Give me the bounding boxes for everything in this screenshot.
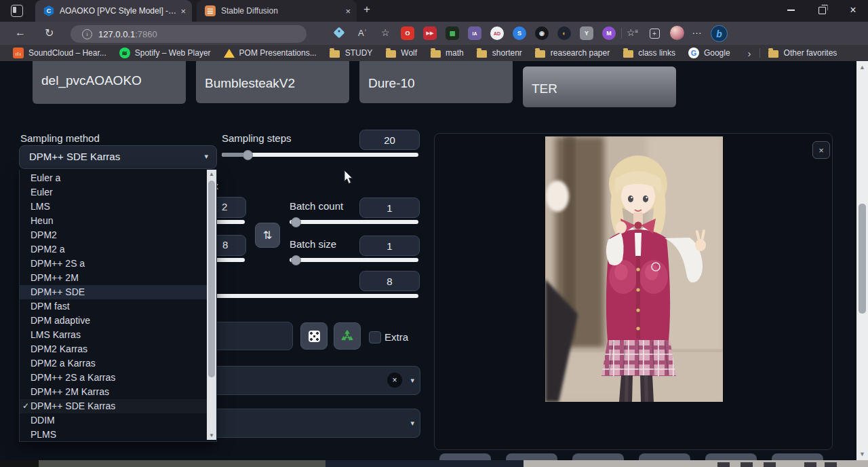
model-card-ter[interactable]: TER: [523, 67, 676, 107]
ext-shazam-icon[interactable]: S: [513, 26, 526, 40]
slider-handle[interactable]: [291, 217, 301, 227]
ext-m-icon[interactable]: M: [602, 26, 616, 40]
bookmark-item[interactable]: reasearch paper: [535, 48, 610, 58]
output-action-button[interactable]: [572, 453, 624, 460]
more-menu-icon[interactable]: …: [692, 24, 703, 36]
batch-size-slider[interactable]: [290, 258, 418, 262]
sampler-option[interactable]: DPM fast: [20, 299, 207, 314]
new-tab-button[interactable]: +: [363, 3, 370, 16]
model-card-del-pvcaoaoko[interactable]: aoaoko PVCStyleMo del_pvcAOAOKO: [33, 61, 186, 104]
address-bar[interactable]: i 127.0.0.1 :7860: [71, 25, 307, 43]
favorites-list-icon[interactable]: ☆≡: [627, 27, 638, 38]
ext-globe-icon[interactable]: ◐: [557, 26, 571, 40]
sampler-option[interactable]: PLMS: [20, 428, 207, 442]
sampler-option[interactable]: DPM2 Karras: [20, 342, 207, 356]
window-close-button[interactable]: ×: [842, 0, 865, 20]
page-scroll-thumb[interactable]: [859, 204, 866, 314]
read-aloud-icon[interactable]: Aʾ: [358, 28, 367, 38]
tab-close-icon[interactable]: ×: [345, 6, 351, 16]
sampling-steps-slider[interactable]: [222, 153, 418, 157]
clear-styles-button[interactable]: ×: [387, 373, 402, 388]
bookmark-item[interactable]: GGoogle: [688, 48, 730, 58]
bookmark-item[interactable]: ≋Spotify – Web Player: [119, 48, 211, 58]
sampler-option[interactable]: DPM++ 2M Karras: [20, 385, 207, 399]
slider-handle[interactable]: [291, 255, 301, 265]
ext-o-icon[interactable]: O: [401, 26, 414, 40]
collections-icon[interactable]: +: [650, 29, 660, 39]
sampler-option[interactable]: DPM2: [20, 228, 207, 242]
model-card-dure-10[interactable]: Dure-10: [359, 61, 513, 103]
bookmark-item[interactable]: ılıSoundCloud – Hear...: [13, 48, 106, 58]
back-icon[interactable]: ←: [15, 26, 26, 39]
bookmark-item[interactable]: shortenr: [477, 48, 522, 58]
sampler-option[interactable]: Euler a: [20, 171, 207, 185]
random-seed-button[interactable]: [300, 322, 328, 350]
scroll-up-icon[interactable]: ▲: [207, 171, 216, 177]
bookmark-item[interactable]: Wolf: [385, 48, 417, 58]
sampler-option[interactable]: LMS Karras: [20, 328, 207, 342]
output-action-button[interactable]: [506, 453, 557, 460]
bookmark-other-favorites[interactable]: Other favorites: [768, 48, 837, 58]
ext-fast-forward-icon[interactable]: ▶▶: [423, 26, 437, 40]
scroll-down-icon[interactable]: ▼: [856, 451, 868, 457]
bookmark-item[interactable]: class links: [623, 48, 675, 58]
sampler-option[interactable]: DPM++ 2S a: [20, 257, 207, 271]
batch-count-input[interactable]: 1: [359, 198, 420, 218]
dropdown-scroll-thumb[interactable]: [208, 181, 215, 377]
sampler-option[interactable]: DPM++ 2S a Karras: [20, 371, 207, 385]
bookmark-item[interactable]: POM Presentations...: [224, 48, 317, 58]
sampling-steps-label: Sampling steps: [222, 132, 292, 144]
profile-avatar[interactable]: [670, 26, 684, 40]
ext-trash-icon[interactable]: ▤: [446, 26, 459, 40]
cfg-scale-input[interactable]: 8: [359, 271, 420, 291]
reload-icon[interactable]: ↻: [45, 26, 54, 39]
ext-pin-icon[interactable]: ◉: [535, 26, 549, 40]
workspaces-icon[interactable]: [11, 5, 23, 17]
scroll-down-icon[interactable]: ▼: [207, 432, 216, 438]
scroll-up-icon[interactable]: ▲: [856, 64, 868, 71]
output-action-button[interactable]: [705, 453, 757, 460]
sampling-steps-input[interactable]: 20: [359, 130, 420, 150]
sampler-option[interactable]: DPM2 a Karras: [20, 356, 207, 371]
bookmark-item[interactable]: math: [430, 48, 464, 58]
close-image-button[interactable]: ×: [812, 141, 830, 159]
sampler-options: Euler aEulerLMSHeunDPM2DPM2 aDPM++ 2S aD…: [20, 171, 207, 442]
batch-size-input[interactable]: 1: [359, 236, 420, 256]
page-scrollbar[interactable]: ▲ ▼: [856, 61, 868, 460]
sampler-option[interactable]: Euler: [20, 185, 207, 200]
folder-icon: [430, 48, 441, 58]
dropdown-scrollbar[interactable]: ▲ ▼: [207, 170, 216, 440]
swap-dimensions-button[interactable]: ⇅: [255, 223, 280, 248]
sampler-option[interactable]: DPM adaptive: [20, 314, 207, 328]
sampler-option[interactable]: LMS: [20, 200, 207, 214]
reuse-seed-button[interactable]: [334, 322, 361, 350]
generated-image[interactable]: [545, 136, 723, 402]
output-action-button[interactable]: [639, 453, 690, 460]
minimize-button[interactable]: [779, 0, 802, 20]
restore-button[interactable]: [810, 0, 833, 20]
sampler-option[interactable]: DPM++ SDE: [20, 285, 207, 299]
bookmarks-overflow-icon[interactable]: ›: [748, 48, 751, 59]
sampler-option[interactable]: DDIM: [20, 413, 207, 428]
sampler-option[interactable]: DPM2 a: [20, 242, 207, 257]
sampler-option[interactable]: ✓DPM++ SDE Karras: [20, 399, 207, 413]
batch-count-slider[interactable]: [290, 220, 418, 224]
ext-ia-icon[interactable]: IA: [468, 26, 481, 40]
slider-handle[interactable]: [243, 150, 253, 160]
model-card-bumblesteakv2[interactable]: BumblesteakV2: [196, 61, 349, 103]
tab-civitai[interactable]: C AOAOKO [PVC Style Model] - PV ×: [35, 0, 192, 22]
site-info-icon[interactable]: i: [82, 29, 92, 39]
bookmark-item[interactable]: STUDY: [330, 48, 373, 58]
sampler-option[interactable]: Heun: [20, 214, 207, 228]
sampler-option[interactable]: DPM++ 2M: [20, 271, 207, 285]
output-action-button[interactable]: [439, 453, 491, 460]
bing-discover-icon[interactable]: b: [711, 25, 728, 42]
sampling-method-select[interactable]: DPM++ SDE Karras ▾: [19, 145, 217, 169]
ext-ad-icon[interactable]: AD: [490, 26, 504, 40]
extra-seed-checkbox[interactable]: [369, 331, 381, 343]
tab-stable-diffusion[interactable]: ☰ Stable Diffusion ×: [197, 0, 357, 22]
ext-y-icon[interactable]: Y: [580, 26, 593, 40]
output-action-button[interactable]: [772, 453, 823, 460]
add-favorite-icon[interactable]: ☆: [381, 27, 390, 38]
tab-close-icon[interactable]: ×: [180, 6, 186, 16]
